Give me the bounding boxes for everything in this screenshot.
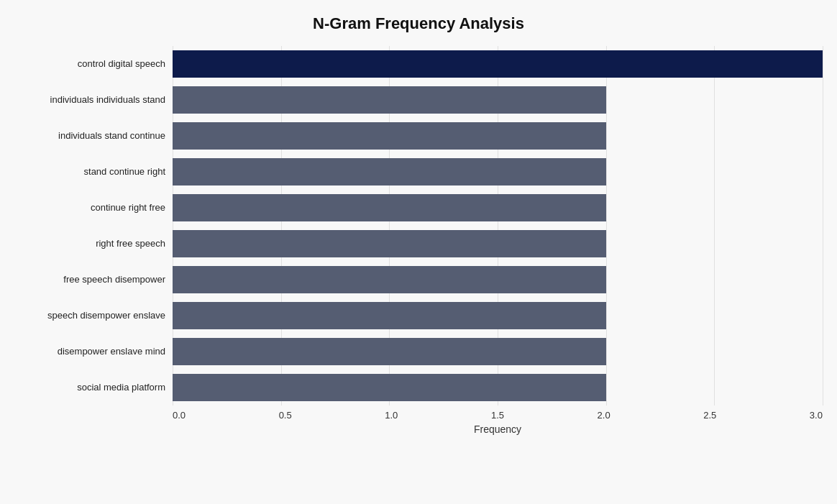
x-tick-label: 2.0	[598, 410, 610, 421]
bar-row	[173, 335, 823, 368]
y-label: speech disempower enslave	[47, 310, 165, 321]
bar	[173, 266, 606, 293]
x-tick-label: 0.5	[279, 410, 292, 421]
bar	[173, 50, 823, 78]
y-label: control digital speech	[78, 58, 165, 70]
bar-row	[173, 47, 823, 81]
x-axis: 0.00.51.01.52.02.53.0	[14, 410, 823, 421]
bar	[173, 338, 606, 365]
grid-line	[823, 46, 823, 406]
x-axis-title: Frequency	[14, 423, 823, 435]
bar-row	[173, 299, 823, 332]
y-label: individuals individuals stand	[50, 94, 165, 106]
x-tick-label: 3.0	[810, 410, 823, 421]
y-label: right free speech	[96, 238, 165, 249]
y-label: disempower enslave mind	[58, 346, 165, 357]
bar	[173, 86, 606, 114]
chart-container: N-Gram Frequency Analysis control digita…	[0, 0, 837, 504]
y-label: social media platform	[77, 382, 165, 393]
y-label: continue right free	[91, 202, 165, 214]
y-label: individuals stand continue	[58, 130, 165, 142]
bar	[173, 122, 606, 150]
x-tick-label: 2.5	[703, 410, 716, 421]
x-tick-label: 1.0	[385, 410, 398, 421]
x-labels: 0.00.51.01.52.02.53.0	[173, 410, 823, 421]
bars-column	[173, 46, 823, 406]
bar	[173, 374, 606, 401]
bars-wrapper: control digital speechindividuals indivi…	[14, 46, 823, 406]
chart-title: N-Gram Frequency Analysis	[14, 14, 823, 33]
bar-row	[173, 227, 823, 260]
y-label: stand continue right	[84, 166, 165, 178]
bar-row	[173, 263, 823, 296]
x-tick-label: 0.0	[173, 410, 186, 421]
bar	[173, 194, 606, 221]
y-label: free speech disempower	[63, 274, 165, 285]
bars-and-grid	[173, 46, 823, 406]
bar-row	[173, 155, 823, 188]
bar	[173, 302, 606, 329]
y-labels: control digital speechindividuals indivi…	[14, 46, 173, 406]
chart-area: control digital speechindividuals indivi…	[14, 46, 823, 435]
bar-row	[173, 371, 823, 404]
bar	[173, 230, 606, 257]
bar-row	[173, 119, 823, 152]
bar	[173, 158, 606, 185]
bar-row	[173, 83, 823, 116]
bar-row	[173, 191, 823, 224]
x-tick-label: 1.5	[491, 410, 504, 421]
